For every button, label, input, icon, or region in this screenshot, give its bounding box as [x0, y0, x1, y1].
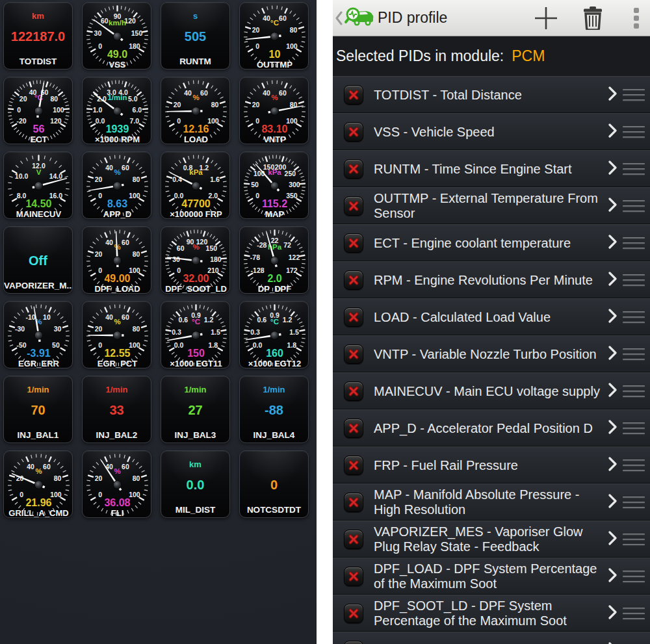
display-NOTCSDTDT[interactable]: 0NOTCSDTDT: [239, 450, 309, 518]
gauge-MAINECUV[interactable]: 8.010.012.014.016.0V14.50MAINECUV: [3, 151, 73, 219]
chevron-right-icon: [608, 568, 619, 585]
gauge-EGR_ERR[interactable]: -50-30-10103050%-3.91EGR_ERR: [3, 301, 73, 368]
remove-pid-button[interactable]: [344, 419, 363, 438]
pid-row[interactable]: VNTP - Variable Nozzle Turbo Position: [333, 335, 650, 372]
svg-text:0: 0: [20, 491, 23, 498]
remove-pid-button[interactable]: [344, 530, 363, 549]
drag-handle[interactable]: [623, 233, 645, 254]
pid-row[interactable]: VAPORIZER_MES - Vaporiser Glow Plug Rela…: [333, 521, 650, 558]
pid-row[interactable]: FRP - Fuel Rail Pressure: [333, 446, 650, 483]
gauge-GRILL_A_CMD[interactable]: 020406080100%21.96GRILL_A_CMD: [3, 450, 73, 518]
pid-row[interactable]: DPF_SOOT_LD - DPF System Percentage of t…: [333, 595, 650, 632]
gauge-MAP[interactable]: 050100150200250300350kPa115.2MAP: [239, 151, 309, 219]
gauge-VNTP[interactable]: 020406080100%83.10VNTP: [239, 77, 309, 144]
drag-handle[interactable]: [623, 344, 645, 365]
remove-pid-button[interactable]: [344, 456, 363, 475]
drag-handle[interactable]: [623, 159, 645, 180]
gauge-EGT12[interactable]: 0.00.30.60.91.21.51.8°C160×1000 EGT12: [239, 301, 309, 368]
drag-handle[interactable]: [623, 418, 645, 439]
drag-handle[interactable]: [623, 492, 645, 513]
svg-text:8.63: 8.63: [107, 198, 127, 209]
back-chevron-icon[interactable]: [335, 10, 344, 27]
pid-row[interactable]: TOTDIST - Total Distance: [333, 76, 650, 113]
svg-text:40: 40: [263, 14, 270, 22]
gauge-FRP[interactable]: 0.00.40.81.21.62.0kPa47700×100000 FRP: [161, 151, 230, 219]
pid-row[interactable]: APP_D - Accelerator Pedal Position D: [333, 409, 650, 446]
drag-handle[interactable]: [623, 603, 645, 625]
gauge-EGT11[interactable]: 0.00.30.60.91.21.51.8°C150×1000 EGT11: [161, 301, 230, 368]
add-pid-button[interactable]: [532, 4, 560, 32]
remove-pid-button[interactable]: [344, 196, 363, 216]
gauge-VSS[interactable]: 0306090120150180km/h49.0VSS: [82, 2, 151, 70]
svg-text:60: 60: [122, 463, 129, 470]
pid-row[interactable]: RUNTM - Time Since Engine Start: [333, 150, 650, 187]
pid-row[interactable]: RPM - Engine Revolutions Per Minute: [333, 261, 650, 298]
gauge-OUTTMP[interactable]: 020406080100°C10OUTTMP: [239, 2, 309, 70]
pid-row[interactable]: LOAD - Calculated Load Value: [333, 298, 650, 335]
pid-row[interactable]: MAP - Manifold Absolute Pressure - High …: [333, 483, 650, 521]
remove-pid-button[interactable]: [344, 233, 363, 253]
drag-handle[interactable]: [623, 381, 645, 402]
display-MIL_DIST[interactable]: km0.0MIL_DIST: [161, 450, 230, 518]
remove-pid-button[interactable]: [344, 270, 363, 290]
drag-handle[interactable]: [623, 307, 645, 328]
pid-row[interactable]: ECT - Engine coolant temperature: [333, 224, 650, 261]
gauge-DP_DPF[interactable]: -128-78-282272122172hPa2.0DP_DPF: [239, 226, 309, 294]
remove-pid-button[interactable]: [344, 122, 363, 142]
svg-text:49.0: 49.0: [107, 49, 127, 60]
svg-text:0: 0: [98, 341, 102, 349]
gauge-DPF_SOOT_LD[interactable]: 0306090120150180210%32.00DPF_SOOT_LD: [161, 226, 230, 294]
pid-row[interactable]: OUTTMP - External Temperature From Senso…: [333, 187, 650, 224]
pid-row[interactable]: MAINECUV - Main ECU voltage supply: [333, 372, 650, 409]
remove-pid-button[interactable]: [344, 604, 363, 623]
pid-label: TOTDIST - Total Distance: [374, 88, 604, 103]
remove-pid-button[interactable]: [344, 493, 363, 512]
gauge-LOAD[interactable]: 020406080100%12.16LOAD: [161, 77, 230, 144]
delete-profile-button[interactable]: [578, 4, 607, 32]
svg-text:1.8: 1.8: [287, 341, 297, 349]
remove-pid-button[interactable]: [344, 159, 363, 179]
gauge-RPM[interactable]: 0.01.02.03.04.05.06.07.01/min1939×1000 R…: [82, 77, 151, 144]
drag-handle[interactable]: [623, 566, 645, 587]
display-INJ_BAL3[interactable]: 1/min27INJ_BAL3: [161, 376, 230, 443]
gauge-EGR_PCT[interactable]: 020406080100%12.55EGR_PCT: [82, 301, 151, 368]
display-INJ_BAL4[interactable]: 1/min-88INJ_BAL4: [239, 376, 309, 443]
pid-row[interactable]: DP_DPF - Differential pressure on: [333, 632, 650, 644]
svg-text:FLI: FLI: [111, 508, 124, 518]
remove-pid-button[interactable]: [344, 344, 363, 364]
display-INJ_BAL1[interactable]: 1/min70INJ_BAL1: [3, 376, 73, 443]
drag-handle[interactable]: [623, 196, 645, 217]
remove-pid-button[interactable]: [344, 307, 363, 327]
gauge-FLI[interactable]: 020406080100%36.08FLI: [82, 450, 151, 518]
pid-row[interactable]: DPF_LOAD - DPF System Percentage of the …: [333, 558, 650, 595]
drag-handle[interactable]: [623, 640, 645, 644]
drag-handle[interactable]: [623, 270, 645, 291]
drag-handle[interactable]: [623, 122, 645, 143]
svg-text:°C: °C: [192, 318, 200, 326]
pid-row[interactable]: VSS - Vehicle Speed: [333, 113, 650, 150]
gauge-APP_D[interactable]: 020406080100%8.63APP_D: [82, 151, 151, 219]
remove-pid-button[interactable]: [344, 641, 363, 644]
gauge-ECT[interactable]: -20020406080100120°C56ECT: [3, 77, 73, 144]
remove-pid-button[interactable]: [344, 85, 363, 105]
gauge-DPF_LOAD[interactable]: 020406080100%49.00DPF_LOAD: [82, 226, 151, 294]
svg-text:100: 100: [286, 117, 298, 125]
overflow-menu-button[interactable]: [629, 5, 644, 31]
svg-text:1/min: 1/min: [107, 94, 127, 101]
display-TOTDIST[interactable]: km122187.0TOTDIST: [3, 2, 73, 70]
chevron-right-icon: [608, 346, 619, 363]
display-RUNTM[interactable]: s505RUNTM: [161, 2, 230, 70]
pid-name-label: NOTCSDTDT: [240, 505, 308, 515]
unit-label: 1/min: [83, 385, 151, 394]
display-INJ_BAL2[interactable]: 1/min33INJ_BAL2: [82, 376, 151, 443]
svg-text:VNTP: VNTP: [263, 135, 286, 144]
chevron-right-icon: [608, 123, 619, 140]
remove-pid-button[interactable]: [344, 567, 363, 586]
svg-text:0: 0: [98, 42, 102, 50]
drag-handle[interactable]: [623, 455, 645, 476]
display-VAPORIZER_MES[interactable]: OffVAPORIZER_M...: [3, 226, 73, 294]
drag-handle[interactable]: [623, 84, 645, 106]
drag-handle[interactable]: [623, 529, 645, 550]
remove-pid-button[interactable]: [344, 381, 363, 401]
unit-label: 1/min: [4, 385, 72, 394]
